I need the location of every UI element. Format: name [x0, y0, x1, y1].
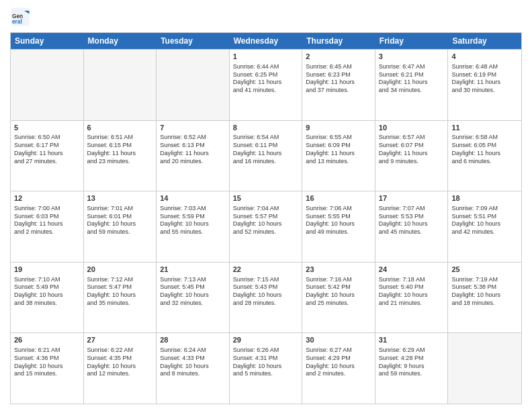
day-number: 6	[87, 123, 153, 133]
weekday-header-tuesday: Tuesday	[157, 33, 230, 49]
calendar-cell: 21Sunrise: 7:13 AM Sunset: 5:45 PM Dayli…	[157, 263, 230, 333]
calendar-week-3: 12Sunrise: 7:00 AM Sunset: 6:03 PM Dayli…	[11, 191, 521, 262]
day-number: 22	[233, 265, 299, 275]
calendar: SundayMondayTuesdayWednesdayThursdayFrid…	[10, 32, 522, 404]
calendar-cell: 30Sunrise: 6:27 AM Sunset: 4:29 PM Dayli…	[302, 333, 375, 404]
day-number: 31	[379, 335, 445, 345]
header: Gen eral	[10, 7, 522, 27]
calendar-cell: 31Sunrise: 6:29 AM Sunset: 4:28 PM Dayli…	[375, 333, 449, 404]
calendar-cell: 25Sunrise: 7:19 AM Sunset: 5:38 PM Dayli…	[448, 263, 521, 333]
calendar-body: 1Sunrise: 6:44 AM Sunset: 6:25 PM Daylig…	[11, 49, 521, 404]
day-info: Sunrise: 6:44 AM Sunset: 6:25 PM Dayligh…	[233, 63, 299, 95]
day-number: 13	[87, 193, 153, 203]
weekday-header-saturday: Saturday	[448, 33, 521, 49]
day-number: 16	[306, 193, 371, 203]
calendar-cell: 1Sunrise: 6:44 AM Sunset: 6:25 PM Daylig…	[230, 50, 303, 120]
day-info: Sunrise: 7:12 AM Sunset: 5:47 PM Dayligh…	[87, 276, 153, 308]
day-number: 7	[160, 123, 226, 133]
calendar-cell: 6Sunrise: 6:51 AM Sunset: 6:15 PM Daylig…	[84, 121, 157, 191]
day-number: 1	[233, 52, 299, 62]
calendar-cell: 12Sunrise: 7:00 AM Sunset: 6:03 PM Dayli…	[11, 191, 84, 262]
day-info: Sunrise: 7:19 AM Sunset: 5:38 PM Dayligh…	[451, 276, 518, 308]
day-info: Sunrise: 7:07 AM Sunset: 5:53 PM Dayligh…	[379, 205, 445, 236]
calendar-cell: 3Sunrise: 6:47 AM Sunset: 6:21 PM Daylig…	[375, 50, 449, 120]
day-info: Sunrise: 6:58 AM Sunset: 6:05 PM Dayligh…	[451, 134, 518, 165]
day-number: 2	[306, 52, 371, 62]
day-info: Sunrise: 6:54 AM Sunset: 6:11 PM Dayligh…	[233, 134, 299, 165]
calendar-cell: 28Sunrise: 6:24 AM Sunset: 4:33 PM Dayli…	[157, 333, 230, 404]
calendar-cell: 16Sunrise: 7:06 AM Sunset: 5:55 PM Dayli…	[302, 191, 375, 262]
day-info: Sunrise: 7:16 AM Sunset: 5:42 PM Dayligh…	[306, 276, 371, 308]
calendar-week-5: 26Sunrise: 6:21 AM Sunset: 4:36 PM Dayli…	[11, 332, 521, 404]
day-number: 4	[451, 52, 518, 62]
day-info: Sunrise: 6:29 AM Sunset: 4:28 PM Dayligh…	[379, 347, 445, 378]
day-number: 19	[14, 265, 80, 275]
day-info: Sunrise: 7:00 AM Sunset: 6:03 PM Dayligh…	[14, 205, 80, 236]
calendar-cell: 20Sunrise: 7:12 AM Sunset: 5:47 PM Dayli…	[84, 263, 157, 333]
weekday-header-friday: Friday	[375, 33, 449, 49]
svg-text:eral: eral	[12, 19, 22, 25]
day-number: 11	[451, 123, 518, 133]
day-number: 14	[160, 193, 226, 203]
day-info: Sunrise: 6:47 AM Sunset: 6:21 PM Dayligh…	[379, 63, 445, 95]
weekday-header-monday: Monday	[84, 33, 157, 49]
day-number: 17	[379, 193, 445, 203]
day-number: 20	[87, 265, 153, 275]
day-info: Sunrise: 7:06 AM Sunset: 5:55 PM Dayligh…	[306, 205, 371, 236]
calendar-week-4: 19Sunrise: 7:10 AM Sunset: 5:49 PM Dayli…	[11, 262, 521, 333]
day-number: 12	[14, 193, 80, 203]
day-number: 27	[87, 335, 153, 345]
day-info: Sunrise: 7:03 AM Sunset: 5:59 PM Dayligh…	[160, 205, 226, 236]
calendar-cell: 22Sunrise: 7:15 AM Sunset: 5:43 PM Dayli…	[230, 263, 303, 333]
day-number: 10	[379, 123, 445, 133]
day-number: 28	[160, 335, 226, 345]
calendar-cell: 5Sunrise: 6:50 AM Sunset: 6:17 PM Daylig…	[11, 121, 84, 191]
day-info: Sunrise: 6:52 AM Sunset: 6:13 PM Dayligh…	[160, 134, 226, 165]
day-info: Sunrise: 7:04 AM Sunset: 5:57 PM Dayligh…	[233, 205, 299, 236]
calendar-cell	[84, 50, 157, 120]
day-number: 24	[379, 265, 445, 275]
day-info: Sunrise: 7:10 AM Sunset: 5:49 PM Dayligh…	[14, 276, 80, 308]
day-number: 23	[306, 265, 371, 275]
day-number: 15	[233, 193, 299, 203]
day-number: 30	[306, 335, 371, 345]
day-info: Sunrise: 7:18 AM Sunset: 5:40 PM Dayligh…	[379, 276, 445, 308]
calendar-cell	[448, 333, 521, 404]
day-info: Sunrise: 6:24 AM Sunset: 4:33 PM Dayligh…	[160, 347, 226, 378]
day-info: Sunrise: 6:26 AM Sunset: 4:31 PM Dayligh…	[233, 347, 299, 378]
day-info: Sunrise: 6:21 AM Sunset: 4:36 PM Dayligh…	[14, 347, 80, 378]
calendar-cell: 17Sunrise: 7:07 AM Sunset: 5:53 PM Dayli…	[375, 191, 449, 262]
day-info: Sunrise: 6:48 AM Sunset: 6:19 PM Dayligh…	[451, 63, 518, 95]
calendar-cell	[157, 50, 230, 120]
day-info: Sunrise: 6:45 AM Sunset: 6:23 PM Dayligh…	[306, 63, 371, 95]
day-info: Sunrise: 6:55 AM Sunset: 6:09 PM Dayligh…	[306, 134, 371, 165]
calendar-cell: 7Sunrise: 6:52 AM Sunset: 6:13 PM Daylig…	[157, 121, 230, 191]
day-info: Sunrise: 7:09 AM Sunset: 5:51 PM Dayligh…	[451, 205, 518, 236]
calendar-cell: 24Sunrise: 7:18 AM Sunset: 5:40 PM Dayli…	[375, 263, 449, 333]
page: Gen eral SundayMondayTuesdayWednesdayThu…	[0, 0, 532, 411]
weekday-header-wednesday: Wednesday	[230, 33, 303, 49]
day-number: 9	[306, 123, 371, 133]
calendar-cell: 18Sunrise: 7:09 AM Sunset: 5:51 PM Dayli…	[448, 191, 521, 262]
calendar-cell: 27Sunrise: 6:22 AM Sunset: 4:35 PM Dayli…	[84, 333, 157, 404]
day-info: Sunrise: 6:51 AM Sunset: 6:15 PM Dayligh…	[87, 134, 153, 165]
day-info: Sunrise: 7:13 AM Sunset: 5:45 PM Dayligh…	[160, 276, 226, 308]
day-number: 25	[451, 265, 518, 275]
calendar-cell: 2Sunrise: 6:45 AM Sunset: 6:23 PM Daylig…	[302, 50, 375, 120]
day-number: 5	[14, 123, 80, 133]
day-info: Sunrise: 6:57 AM Sunset: 6:07 PM Dayligh…	[379, 134, 445, 165]
weekday-header-sunday: Sunday	[11, 33, 84, 49]
calendar-cell: 15Sunrise: 7:04 AM Sunset: 5:57 PM Dayli…	[230, 191, 303, 262]
day-info: Sunrise: 6:22 AM Sunset: 4:35 PM Dayligh…	[87, 347, 153, 378]
logo-icon: Gen eral	[10, 7, 30, 27]
weekday-header-thursday: Thursday	[302, 33, 375, 49]
calendar-cell: 19Sunrise: 7:10 AM Sunset: 5:49 PM Dayli…	[11, 263, 84, 333]
day-number: 18	[451, 193, 518, 203]
calendar-cell: 23Sunrise: 7:16 AM Sunset: 5:42 PM Dayli…	[302, 263, 375, 333]
day-info: Sunrise: 6:27 AM Sunset: 4:29 PM Dayligh…	[306, 347, 371, 378]
calendar-cell: 10Sunrise: 6:57 AM Sunset: 6:07 PM Dayli…	[375, 121, 449, 191]
calendar-cell: 8Sunrise: 6:54 AM Sunset: 6:11 PM Daylig…	[230, 121, 303, 191]
calendar-week-1: 1Sunrise: 6:44 AM Sunset: 6:25 PM Daylig…	[11, 49, 521, 120]
day-info: Sunrise: 6:50 AM Sunset: 6:17 PM Dayligh…	[14, 134, 80, 165]
day-number: 3	[379, 52, 445, 62]
